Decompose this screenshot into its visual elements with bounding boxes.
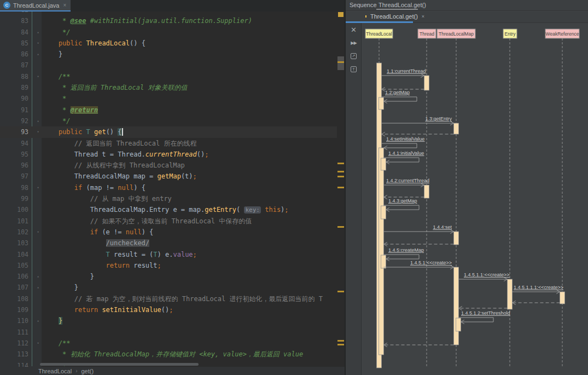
actor-ThreadLocalMap[interactable]: ThreadLocalMap: [437, 29, 475, 38]
message-label[interactable]: 1.4.2:currentThread: [386, 178, 429, 183]
line-number[interactable]: 97: [0, 171, 28, 182]
code-line[interactable]: 91 * @return: [0, 105, 337, 116]
fold-marker-icon[interactable]: ▴: [34, 315, 42, 326]
code-line[interactable]: 83 * @see #withInitial(java.util.functio…: [0, 15, 337, 26]
line-number[interactable]: 113: [0, 349, 28, 360]
line-number[interactable]: 82: [0, 11, 28, 15]
line-number[interactable]: 87: [0, 60, 28, 71]
activation-bar[interactable]: [454, 267, 459, 345]
line-number[interactable]: 100: [0, 204, 28, 215]
actor-Thread[interactable]: Thread: [418, 29, 436, 38]
code-line[interactable]: 111: [0, 327, 337, 338]
line-number[interactable]: 94: [0, 138, 28, 149]
activation-bar[interactable]: [381, 255, 386, 268]
line-number[interactable]: 110: [0, 315, 28, 326]
warning-mark[interactable]: [337, 176, 344, 177]
line-number[interactable]: 84: [0, 27, 28, 38]
code-line[interactable]: 92▴ */: [0, 116, 337, 126]
code-line[interactable]: 102▾ if (e != null) {: [0, 227, 337, 238]
code-line[interactable]: 84▴ */: [0, 27, 337, 38]
code-line[interactable]: 82 *: [0, 11, 337, 15]
code-line[interactable]: 113 * 初始化 ThreadLocalMap，并存储键值对 <key, va…: [0, 349, 337, 360]
code-line[interactable]: 97 ThreadLocalMap map = getMap(t);: [0, 171, 337, 182]
activation-bar[interactable]: [381, 206, 386, 219]
line-number[interactable]: 99: [0, 193, 28, 204]
toolwindow-tab-active[interactable]: ThreadLocal.get(): [379, 2, 426, 8]
line-number[interactable]: 89: [0, 82, 28, 93]
code-line[interactable]: 96 // 从线程中拿到 ThreadLocalMap: [0, 160, 337, 171]
line-number[interactable]: 90: [0, 93, 28, 104]
line-number[interactable]: 88: [0, 71, 28, 82]
activation-bar[interactable]: [456, 318, 461, 331]
actor-Entry[interactable]: Entry: [503, 29, 517, 38]
line-number[interactable]: 96: [0, 160, 28, 171]
activation-bar[interactable]: [454, 232, 459, 245]
sequence-diagram[interactable]: ThreadLocalThreadThreadLocalMapEntryWeak…: [362, 24, 588, 375]
code-line[interactable]: 87: [0, 60, 337, 71]
message-label[interactable]: 1.4.5.1.1:<<create>>: [464, 272, 510, 278]
code-line[interactable]: 89 * 返回当前 ThreadLocal 对象关联的值: [0, 82, 337, 93]
line-number[interactable]: 104: [0, 249, 28, 260]
code-line[interactable]: 88▾ /**: [0, 71, 337, 82]
line-number[interactable]: 91: [0, 105, 28, 116]
code-line[interactable]: 104 T result = (T) e.value;: [0, 249, 337, 260]
message-label[interactable]: 1.1:currentThread: [387, 68, 426, 74]
fold-marker-icon[interactable]: ▴: [34, 116, 42, 126]
warning-mark[interactable]: [337, 226, 344, 228]
line-number[interactable]: 85: [0, 38, 28, 49]
fold-marker-icon[interactable]: ▾: [34, 182, 42, 193]
line-number[interactable]: 107: [0, 282, 28, 293]
message-label[interactable]: 1.4.5:createMap: [388, 247, 424, 253]
warning-mark[interactable]: [337, 163, 344, 164]
message-label[interactable]: 1.4.5.1:<<create>>: [410, 260, 452, 266]
close-icon[interactable]: ✕: [346, 23, 362, 36]
close-icon[interactable]: ×: [422, 14, 424, 19]
code-line[interactable]: 110▴ }: [0, 315, 337, 326]
activation-bar[interactable]: [508, 279, 513, 309]
line-number[interactable]: 105: [0, 260, 28, 271]
export-image-icon[interactable]: ↗: [346, 49, 362, 62]
warning-mark[interactable]: [337, 61, 344, 63]
fold-marker-icon[interactable]: ▾: [34, 71, 42, 82]
fold-marker-icon[interactable]: ▴: [34, 282, 42, 293]
message-label[interactable]: 1.3:getEntry: [425, 116, 452, 122]
fold-marker-icon[interactable]: ▾: [34, 227, 42, 238]
close-icon[interactable]: ×: [63, 2, 66, 8]
code-line[interactable]: 108 // 若 map 为空，则对当前线程的 ThreadLocal 进行初始…: [0, 293, 337, 304]
line-number[interactable]: 101: [0, 216, 28, 227]
code-line[interactable]: 101 // 如果不为空，读取当前 ThreadLocal 中保存的值: [0, 216, 337, 227]
actor-WeakReference[interactable]: WeakReference: [545, 29, 579, 38]
activation-bar[interactable]: [379, 148, 384, 355]
warning-mark[interactable]: [337, 187, 344, 188]
breadcrumb-class[interactable]: ThreadLocal: [38, 368, 72, 374]
code-line[interactable]: 112▾ /**: [0, 338, 337, 349]
line-number[interactable]: 98: [0, 182, 28, 193]
message-label[interactable]: 1.4.1:initialValue: [388, 151, 424, 156]
line-number[interactable]: 83: [0, 15, 28, 26]
message-label[interactable]: 1.4.5.1.2:setThreshold: [461, 310, 510, 316]
horizontal-scrollbar[interactable]: [40, 363, 199, 366]
line-number[interactable]: 93: [0, 126, 28, 137]
code-line[interactable]: 100 ThreadLocalMap.Entry e = map.getEntr…: [0, 204, 337, 215]
code-line[interactable]: 90 *: [0, 93, 337, 104]
line-number[interactable]: 112: [0, 338, 28, 349]
code-line[interactable]: 103 /unchecked/: [0, 238, 337, 249]
fold-marker-icon[interactable]: ▾: [34, 126, 42, 137]
message-label[interactable]: 1.4.5.1.1.1:<<create>>: [514, 285, 563, 290]
activation-bar[interactable]: [381, 158, 386, 170]
message-label[interactable]: 1.4.4:set: [433, 224, 452, 230]
fold-marker-icon[interactable]: ▴: [34, 27, 42, 38]
fold-marker-icon[interactable]: ▴: [34, 271, 42, 282]
code-line[interactable]: 106▴ }: [0, 271, 337, 282]
code-line[interactable]: 107▴ }: [0, 282, 337, 293]
code-editor[interactable]: 82 *83 * @see #withInitial(java.util.fun…: [0, 11, 345, 375]
line-number[interactable]: 109: [0, 304, 28, 315]
inspection-indicator[interactable]: [338, 12, 344, 17]
message-label[interactable]: 1.2:getMap: [385, 90, 410, 95]
line-number[interactable]: 111: [0, 327, 28, 338]
fast-forward-icon[interactable]: ▶▶: [346, 36, 362, 49]
warning-mark[interactable]: [337, 344, 344, 345]
line-number[interactable]: 106: [0, 271, 28, 282]
line-number[interactable]: 108: [0, 293, 28, 304]
code-line[interactable]: 109 return setInitialValue();: [0, 304, 337, 315]
